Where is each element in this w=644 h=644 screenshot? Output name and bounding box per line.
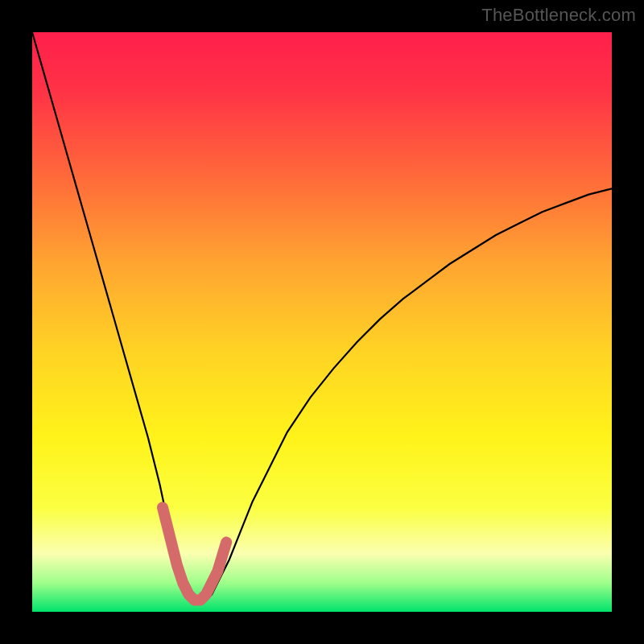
chart-plot [32,32,612,612]
plot-background [32,32,612,612]
chart-frame: TheBottleneck.com [0,0,644,644]
watermark-text: TheBottleneck.com [481,5,636,26]
chart-svg [32,32,612,612]
